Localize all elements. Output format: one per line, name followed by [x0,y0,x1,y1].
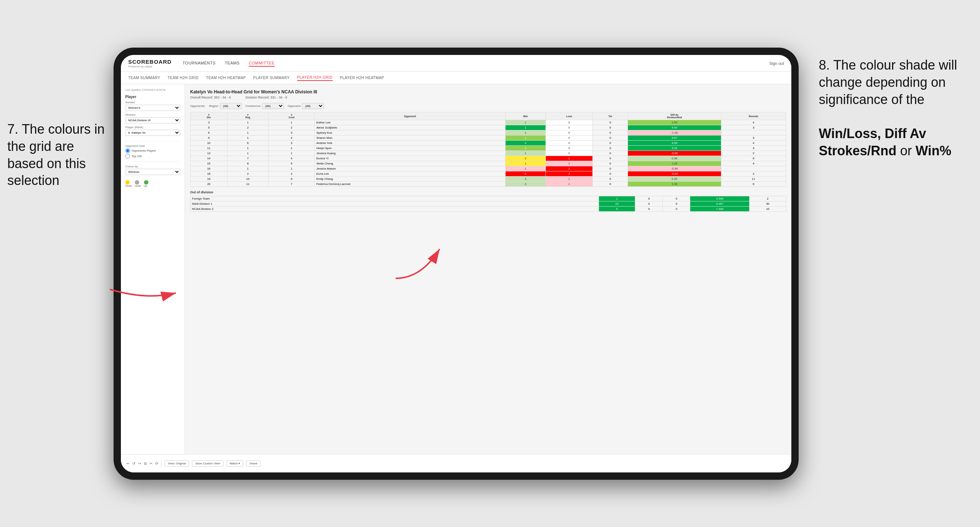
table-row: 16 1 1 Jessica Mason 1 2 0 -0.94 [191,166,786,171]
td-opponent: Esther Lee [315,120,505,125]
ood-td-win: 1 [599,196,635,202]
td-win: 1 [505,120,546,125]
td-opponent: Alexis Sudjianto [315,125,505,130]
header-tie: Tie [593,113,628,120]
td-conf: 2 [269,171,315,176]
sub-nav-team-h2h-heatmap[interactable]: TEAM H2H HEATMAP [206,75,246,81]
ood-td-rounds: 10 [749,206,786,212]
td-tie: 0 [593,166,628,171]
nav-committee[interactable]: COMMITTEE [249,60,275,67]
td-diff: 0.30 [628,176,721,182]
ood-td-loss: 0 [635,202,663,206]
save-custom-btn[interactable]: Save Custom View [192,460,223,467]
view-original-btn[interactable]: View: Original [164,460,189,467]
td-diff: -5.00 [628,171,721,176]
scissors-icon[interactable]: ✂ [150,462,153,465]
sub-nav-team-h2h-grid[interactable]: TEAM H2H GRID [168,75,199,81]
td-rounds: 2 [721,171,786,176]
table-row: 10 6 3 Andrea York 2 0 0 4.00 4 [191,141,786,146]
td-rounds: 4 [721,120,786,125]
td-rounds: 11 [721,176,786,182]
sub-nav: TEAM SUMMARY TEAM H2H GRID TEAM H2H HEAT… [121,72,791,84]
td-opponent: Eunice Yi [315,156,505,161]
td-conf: 5 [269,161,315,166]
td-div: 9 [191,135,228,141]
ood-td-label: NCAA Division 2 [191,206,599,212]
nav-signout[interactable]: Sign out [769,61,784,65]
table-row: 19 10 6 Emily Chang 4 1 0 0.30 11 [191,176,786,182]
td-opponent: Emily Chang [315,176,505,182]
nav-items: TOURNAMENTS TEAMS COMMITTEE [183,60,769,67]
colour-by-select[interactable]: Win/loss [125,169,180,175]
watch-btn[interactable]: Watch ▾ [226,460,243,467]
out-of-division-header: Out of division [190,190,786,194]
td-loss: 0 [546,135,592,141]
td-loss: 0 [546,141,592,146]
sub-nav-player-summary[interactable]: PLAYER SUMMARY [253,75,290,81]
radio-opponents-played[interactable]: Opponents Played [125,148,180,153]
annotation-left-text: 7. The colours in the grid are based on … [7,122,104,188]
opponent-select[interactable]: (All) [302,103,324,109]
td-win: 2 [505,156,546,161]
opponent-label: Opponent [288,105,301,108]
share-btn[interactable]: Share [246,460,261,467]
td-opponent: Jessica Mason [315,166,505,171]
ood-table-row: Foreign Team 1 0 0 4.500 2 [191,196,786,202]
ood-td-win: 15 [599,202,635,206]
td-diff: -1.00 [628,130,721,135]
table-row: 18 2 2 Euna Lee 0 2 0 -5.00 2 [191,171,786,176]
player-rank-select[interactable]: 8. Katelyn Vo [125,130,180,136]
sub-nav-player-h2h-grid[interactable]: PLAYER H2H GRID [297,75,332,81]
division-select[interactable]: NCAA Division III [125,117,180,124]
region-select[interactable]: (All) [220,103,242,109]
radio-top-100[interactable]: Top 100 [125,154,180,159]
nav-tournaments[interactable]: TOURNAMENTS [183,60,215,67]
nav-teams[interactable]: TEAMS [225,60,240,67]
redo2-icon[interactable]: ↪ [138,462,141,465]
td-diff: 1.50 [628,120,721,125]
td-div: 15 [191,161,228,166]
td-reg: 10 [227,176,269,182]
td-conf: 1 [269,166,315,171]
last-updated: Last Updated: 27/03/2024 16:55:38 [125,89,180,91]
td-reg: 1 [227,146,269,151]
td-div: 10 [191,141,228,146]
td-tie: 0 [593,141,628,146]
redo-icon[interactable]: ↺ [132,462,135,465]
copy-icon[interactable]: ⧉ [144,462,146,466]
td-conf: 6 [269,176,315,182]
td-rounds: 4 [721,141,786,146]
logo-text: SCOREBOARD [128,59,172,65]
td-loss: 1 [546,161,592,166]
top-nav: SCOREBOARD Powered by clippd TOURNAMENTS… [121,55,791,72]
sub-nav-player-h2h-heatmap[interactable]: PLAYER H2H HEATMAP [340,75,384,81]
td-tie: 0 [593,176,628,182]
refresh-icon[interactable]: ⟳ [155,462,158,465]
td-reg: 1 [227,120,269,125]
td-opponent: Sharon Mun [315,135,505,141]
td-opponent: Euna Lee [315,171,505,176]
conference-filter: Conference (All) [245,103,284,109]
td-reg: 7 [227,156,269,161]
records-row: Overall Record: 353 - 34 - 6 Division Re… [190,95,786,99]
gender-select[interactable]: Women's [125,105,180,111]
header-reg: #Reg [227,113,269,120]
undo-icon[interactable]: ↩ [126,462,129,465]
td-div: 13 [191,151,228,156]
ood-td-diff: 4.500 [690,196,749,202]
td-opponent: Federica Domecq Lacroze [315,182,505,187]
opponent-filter: Opponent (All) [288,103,324,109]
colour-by-label: Colour by [125,165,180,168]
table-row: 9 1 4 Sharon Mun 1 0 0 3.67 3 [191,135,786,141]
sub-nav-team-summary[interactable]: TEAM SUMMARY [128,75,161,81]
td-win: 2 [505,141,546,146]
td-rounds: 3 [721,146,786,151]
td-rounds: 4 [721,161,786,166]
legend-down-label: Down [125,184,132,187]
ood-td-diff: 9.267 [690,202,749,206]
annotation-right-text1: 8. The colour shade will change dependin… [819,57,957,107]
td-opponent: Stella Cheng [315,161,505,166]
logo-area: SCOREBOARD Powered by clippd [128,59,172,68]
td-conf: 3 [269,130,315,135]
conference-select[interactable]: (All) [262,103,284,109]
